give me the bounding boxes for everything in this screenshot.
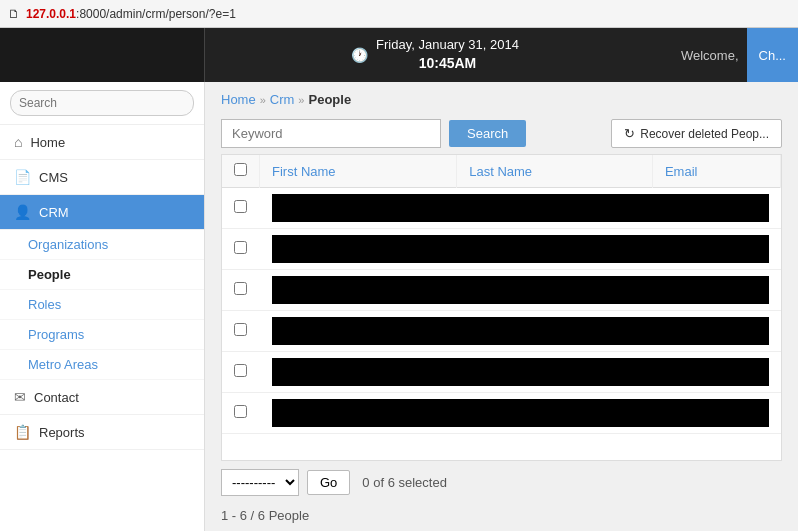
page-icon: 🗋 bbox=[8, 7, 20, 21]
header-time: 10:45AM bbox=[376, 54, 519, 74]
clock-icon: 🕐 bbox=[351, 47, 368, 63]
change-button[interactable]: Ch... bbox=[747, 28, 798, 82]
row-checkbox-cell bbox=[222, 352, 260, 393]
home-icon: ⌂ bbox=[14, 134, 22, 150]
bottom-bar: ---------- Go 0 of 6 selected bbox=[205, 461, 798, 504]
row-checkbox-2[interactable] bbox=[234, 282, 247, 295]
row-black-block-5 bbox=[272, 399, 769, 427]
row-checkbox-cell bbox=[222, 229, 260, 270]
selected-count: 0 of 6 selected bbox=[362, 475, 447, 490]
breadcrumb-crm[interactable]: Crm bbox=[270, 92, 295, 107]
sidebar-item-contact[interactable]: ✉ Contact bbox=[0, 380, 204, 415]
url-host: 127.0.0.1 bbox=[26, 7, 76, 21]
title-bar: 🗋 127.0.0.1:8000/admin/crm/person/?e=1 bbox=[0, 0, 798, 28]
crm-icon: 👤 bbox=[14, 204, 31, 220]
sidebar-item-reports[interactable]: 📋 Reports bbox=[0, 415, 204, 450]
keyword-input[interactable] bbox=[221, 119, 441, 148]
sidebar-search-input[interactable] bbox=[10, 90, 194, 116]
sidebar-item-programs[interactable]: Programs bbox=[0, 320, 204, 350]
sidebar-item-metro-areas[interactable]: Metro Areas bbox=[0, 350, 204, 380]
row-checkbox-5[interactable] bbox=[234, 405, 247, 418]
row-black-block-3 bbox=[272, 317, 769, 345]
row-data-cell-0 bbox=[260, 188, 781, 229]
reports-icon: 📋 bbox=[14, 424, 31, 440]
contact-icon: ✉ bbox=[14, 389, 26, 405]
breadcrumb-current: People bbox=[308, 92, 351, 107]
recover-icon: ↻ bbox=[624, 126, 635, 141]
sidebar-search-container bbox=[0, 82, 204, 125]
header-center: 🕐 Friday, January 31, 2014 10:45AM bbox=[205, 36, 665, 74]
sidebar: ⌂ Home 📄 CMS 👤 CRM Organizations People … bbox=[0, 82, 205, 531]
table-header-firstname[interactable]: First Name bbox=[260, 155, 457, 188]
row-checkbox-cell bbox=[222, 311, 260, 352]
pagination: 1 - 6 / 6 People bbox=[205, 504, 798, 531]
row-checkbox-4[interactable] bbox=[234, 364, 247, 377]
select-all-checkbox[interactable] bbox=[234, 163, 247, 176]
row-checkbox-cell bbox=[222, 393, 260, 434]
row-data-cell-4 bbox=[260, 352, 781, 393]
table-body bbox=[222, 188, 781, 434]
content-area: Home » Crm » People Search ↻ Recover del… bbox=[205, 82, 798, 531]
table-row bbox=[222, 270, 781, 311]
table-row bbox=[222, 311, 781, 352]
sidebar-item-contact-label: Contact bbox=[34, 390, 79, 405]
row-black-block-4 bbox=[272, 358, 769, 386]
welcome-text: Welcome, bbox=[665, 48, 739, 63]
row-black-block-2 bbox=[272, 276, 769, 304]
logo-area bbox=[0, 28, 205, 82]
datetime: Friday, January 31, 2014 10:45AM bbox=[376, 36, 519, 74]
row-checkbox-0[interactable] bbox=[234, 200, 247, 213]
main-layout: ⌂ Home 📄 CMS 👤 CRM Organizations People … bbox=[0, 82, 798, 531]
table-row bbox=[222, 352, 781, 393]
sidebar-item-crm[interactable]: 👤 CRM bbox=[0, 195, 204, 230]
table-header-email[interactable]: Email bbox=[652, 155, 780, 188]
sidebar-item-people[interactable]: People bbox=[0, 260, 204, 290]
row-black-block-0 bbox=[272, 194, 769, 222]
table-header-lastname[interactable]: Last Name bbox=[457, 155, 653, 188]
breadcrumb-home[interactable]: Home bbox=[221, 92, 256, 107]
sidebar-item-home[interactable]: ⌂ Home bbox=[0, 125, 204, 160]
recover-button[interactable]: ↻ Recover deleted Peop... bbox=[611, 119, 782, 148]
row-data-cell-5 bbox=[260, 393, 781, 434]
table-row bbox=[222, 229, 781, 270]
row-checkbox-cell bbox=[222, 188, 260, 229]
table-row bbox=[222, 393, 781, 434]
row-black-block-1 bbox=[272, 235, 769, 263]
pagination-text: 1 - 6 / 6 People bbox=[221, 508, 309, 523]
sidebar-item-home-label: Home bbox=[30, 135, 65, 150]
header-date: Friday, January 31, 2014 bbox=[376, 36, 519, 54]
header-right: Welcome, Ch... bbox=[665, 28, 798, 82]
breadcrumb-sep-2: » bbox=[298, 94, 304, 106]
table-header-row: First Name Last Name Email bbox=[222, 155, 781, 188]
sidebar-item-roles[interactable]: Roles bbox=[0, 290, 204, 320]
search-button[interactable]: Search bbox=[449, 120, 526, 147]
sidebar-item-reports-label: Reports bbox=[39, 425, 85, 440]
table-row bbox=[222, 188, 781, 229]
row-data-cell-2 bbox=[260, 270, 781, 311]
sidebar-item-cms-label: CMS bbox=[39, 170, 68, 185]
sidebar-item-cms[interactable]: 📄 CMS bbox=[0, 160, 204, 195]
table-container: First Name Last Name Email bbox=[221, 154, 782, 461]
row-data-cell-1 bbox=[260, 229, 781, 270]
cms-icon: 📄 bbox=[14, 169, 31, 185]
recover-label: Recover deleted Peop... bbox=[640, 127, 769, 141]
table-header-checkbox bbox=[222, 155, 260, 188]
row-checkbox-1[interactable] bbox=[234, 241, 247, 254]
row-checkbox-cell bbox=[222, 270, 260, 311]
sidebar-item-crm-label: CRM bbox=[39, 205, 69, 220]
top-header: 🕐 Friday, January 31, 2014 10:45AM Welco… bbox=[0, 28, 798, 82]
row-data-cell-3 bbox=[260, 311, 781, 352]
go-button[interactable]: Go bbox=[307, 470, 350, 495]
search-bar: Search ↻ Recover deleted Peop... bbox=[205, 113, 798, 154]
row-checkbox-3[interactable] bbox=[234, 323, 247, 336]
action-select[interactable]: ---------- bbox=[221, 469, 299, 496]
breadcrumb-sep-1: » bbox=[260, 94, 266, 106]
breadcrumb: Home » Crm » People bbox=[205, 82, 798, 113]
url: 127.0.0.1:8000/admin/crm/person/?e=1 bbox=[26, 7, 236, 21]
people-table: First Name Last Name Email bbox=[222, 155, 781, 434]
sidebar-item-organizations[interactable]: Organizations bbox=[0, 230, 204, 260]
